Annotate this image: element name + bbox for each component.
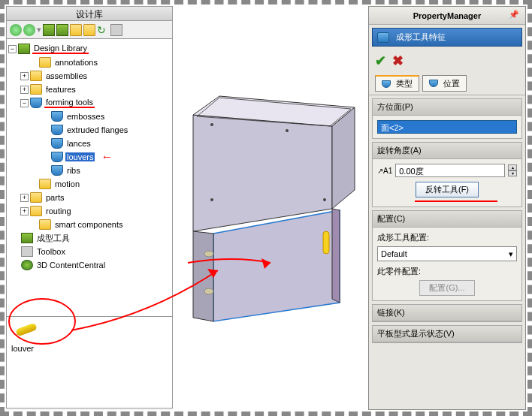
section-config-title: 配置(C): [373, 211, 521, 228]
back-icon[interactable]: [10, 24, 22, 36]
expand-toggle[interactable]: +: [20, 86, 29, 94]
ok-button[interactable]: ✔: [375, 53, 386, 69]
pm-title: PropertyManager 📌: [369, 7, 525, 25]
tree-item[interactable]: 成型工具: [35, 233, 71, 244]
svg-rect-11: [323, 231, 329, 254]
tree-item[interactable]: lances: [65, 139, 92, 148]
folder-icon: [39, 57, 51, 68]
expand-toggle[interactable]: −: [8, 45, 17, 53]
expand-toggle[interactable]: +: [20, 207, 29, 216]
folder-icon: [30, 84, 42, 95]
tree-item[interactable]: assemblies: [44, 71, 89, 80]
angle-up[interactable]: ▴: [508, 164, 517, 170]
expand-toggle[interactable]: +: [20, 194, 29, 202]
folder-icon: [30, 206, 42, 216]
svg-point-8: [286, 129, 289, 132]
section-angle-title: 旋转角度(A): [373, 143, 521, 159]
tree-item[interactable]: parts: [44, 193, 65, 202]
expand-toggle[interactable]: +: [20, 72, 29, 80]
tree-item-louvers[interactable]: louvers: [65, 152, 95, 161]
pm-feature-header: 成形工具特征: [372, 28, 522, 47]
folder-icon[interactable]: [70, 24, 82, 36]
svg-marker-5: [332, 209, 340, 303]
library-icon[interactable]: [43, 24, 55, 36]
angle-icon: ↗A1: [377, 167, 392, 175]
tree-item[interactable]: annotations: [53, 58, 99, 67]
chevron-down-icon: ▾: [509, 249, 513, 259]
section-flat-title[interactable]: 平板型式显示状态(V): [373, 326, 521, 342]
library-root-icon: [18, 44, 30, 54]
form-icon: [51, 165, 63, 176]
tab-position[interactable]: 位置: [422, 75, 467, 92]
tree-root-label[interactable]: Design Library: [32, 44, 89, 54]
form-icon: [51, 111, 63, 122]
config-label-1: 成形工具配置:: [377, 232, 517, 243]
tree-item[interactable]: routing: [44, 206, 73, 216]
forming-tools-icon: [30, 98, 42, 108]
folder-icon: [30, 192, 42, 203]
preview-label: louver: [11, 344, 168, 353]
pin-icon[interactable]: [110, 24, 122, 36]
tree-item[interactable]: ribs: [65, 166, 82, 175]
svg-point-7: [210, 123, 213, 126]
svg-marker-0: [193, 115, 332, 231]
forming-lib-icon: [21, 233, 33, 243]
configure-button[interactable]: 配置(G)...: [419, 280, 474, 296]
form-tool-icon: [377, 32, 389, 43]
placement-face-selection[interactable]: 面<2>: [377, 120, 517, 134]
svg-marker-3: [213, 210, 340, 321]
design-library-toolbar: ▾ ↻: [6, 21, 173, 39]
form-icon: [51, 152, 63, 162]
tree-item[interactable]: motion: [53, 179, 81, 188]
toolbox-icon: [21, 246, 33, 257]
config-label-2: 此零件配置:: [377, 266, 517, 277]
type-icon: [382, 80, 391, 88]
forward-icon[interactable]: [23, 24, 35, 36]
section-link-title[interactable]: 链接(K): [373, 305, 521, 321]
position-icon: [429, 80, 438, 87]
tree-item[interactable]: smart components: [53, 220, 124, 229]
flip-tool-button[interactable]: 反转工具(F): [416, 182, 479, 197]
design-library-tree: − Design Library annotations + assemblie…: [6, 39, 173, 317]
design-library-title: 设计库: [6, 6, 173, 21]
3d-viewport[interactable]: [174, 6, 367, 410]
pin-icon[interactable]: 📌: [509, 10, 521, 22]
preview-pane: louver: [6, 317, 173, 408]
globe-icon: [21, 260, 33, 270]
config-select[interactable]: Default▾: [377, 246, 517, 261]
tree-item[interactable]: Toolbox: [35, 247, 67, 256]
svg-point-9: [210, 198, 213, 201]
annotation-arrow: ←: [101, 150, 113, 164]
svg-point-10: [323, 198, 326, 201]
library-icon-2[interactable]: [56, 24, 68, 36]
angle-input[interactable]: 0.00度: [395, 164, 505, 177]
section-placement-title: 方位面(P): [373, 99, 521, 116]
tree-item[interactable]: embosses: [65, 112, 106, 121]
form-icon: [51, 138, 63, 149]
angle-down[interactable]: ▾: [508, 170, 517, 176]
tree-item-forming[interactable]: forming tools: [44, 98, 95, 108]
louver-preview-icon[interactable]: [15, 323, 38, 337]
expand-toggle[interactable]: −: [20, 99, 29, 107]
svg-point-12: [204, 251, 213, 257]
svg-marker-4: [193, 231, 213, 321]
cancel-button[interactable]: ✖: [392, 53, 404, 69]
folder-icon: [39, 179, 51, 189]
tab-type[interactable]: 类型: [375, 75, 419, 92]
property-manager-panel: PropertyManager 📌 成形工具特征 ✔ ✖ 类型 位置 方位面(P…: [368, 6, 526, 410]
svg-point-13: [204, 288, 213, 294]
folder-icon: [30, 71, 42, 81]
folder-new-icon[interactable]: [83, 24, 95, 36]
refresh-icon[interactable]: ↻: [97, 24, 109, 36]
tree-item[interactable]: 3D ContentCentral: [35, 261, 107, 270]
folder-icon: [39, 219, 51, 230]
tree-item[interactable]: features: [44, 85, 77, 94]
form-icon: [51, 125, 63, 135]
tree-item[interactable]: extruded flanges: [65, 125, 129, 134]
